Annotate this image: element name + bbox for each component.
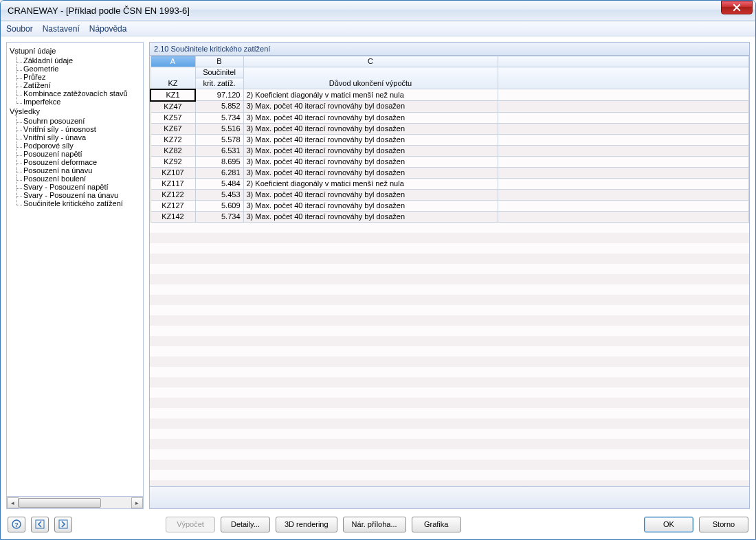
tree-item[interactable]: Svary - Posouzení na únavu [14, 191, 142, 199]
tree-item[interactable]: Vnitřní síly - únosnost [14, 125, 142, 133]
help-button[interactable]: ? [8, 517, 25, 532]
table-row[interactable]: KZ826.5313) Max. počet 40 iterací rovnov… [151, 145, 749, 156]
tree-item[interactable]: Zatížení [14, 81, 142, 89]
results-grid[interactable]: A B C KZ Součinitel Důvod ukončení výpoč… [149, 56, 750, 487]
tree-item[interactable]: Podporové síly [14, 142, 142, 150]
tree-item[interactable]: Vnitřní síly - únava [14, 133, 142, 142]
tree-item[interactable]: Součinitele kritického zatížení [14, 199, 142, 207]
col-sub-b2: krit. zatíž. [195, 78, 243, 89]
prev-button[interactable] [31, 517, 49, 532]
table-row[interactable]: KZ1175.4842) Koeficient diagonály v mati… [151, 178, 749, 189]
calc-button: Výpočet [166, 517, 215, 532]
arrow-left-icon [35, 519, 45, 529]
next-button[interactable] [54, 517, 72, 532]
tree-item[interactable]: Svary - Posouzení napětí [14, 183, 142, 191]
detail-panel [149, 487, 750, 509]
col-header-b[interactable]: B [195, 56, 243, 67]
3d-render-button[interactable]: 3D rendering [276, 517, 337, 532]
menu-file[interactable]: Soubor [6, 24, 33, 34]
tree-item[interactable]: Posouzení boulení [14, 175, 142, 183]
cancel-button[interactable]: Storno [699, 517, 748, 532]
svg-rect-3 [59, 520, 67, 528]
window-title: CRANEWAY - [Příklad podle ČSN EN 1993-6] [8, 5, 721, 16]
scroll-right-icon[interactable]: ▸ [131, 497, 143, 508]
tree-group-results[interactable]: Výsledky [8, 106, 142, 117]
table-row[interactable]: KZ575.7343) Max. počet 40 iterací rovnov… [151, 112, 749, 123]
table-row[interactable]: KZ197.1202) Koeficient diagonály v matic… [151, 89, 749, 101]
tree-hscroll[interactable]: ◂ ▸ [6, 497, 144, 509]
footer-toolbar: ? Výpočet Detaily... 3D rendering Nár. p… [1, 509, 755, 539]
app-window: CRANEWAY - [Příklad podle ČSN EN 1993-6]… [0, 0, 756, 540]
col-header-a[interactable]: A [151, 56, 195, 67]
graphics-button[interactable]: Grafika [412, 517, 461, 532]
table-row[interactable]: KZ1275.6093) Max. počet 40 iterací rovno… [151, 200, 749, 211]
tree-item[interactable]: Imperfekce [14, 98, 142, 106]
tree-item[interactable]: Základní údaje [14, 56, 142, 65]
col-sub-c: Důvod ukončení výpočtu [243, 67, 498, 89]
tree-item[interactable]: Geometrie [14, 65, 142, 73]
table-row[interactable]: KZ675.5163) Max. počet 40 iterací rovnov… [151, 123, 749, 134]
table-row[interactable]: KZ928.6953) Max. počet 40 iterací rovnov… [151, 156, 749, 167]
ok-button[interactable]: OK [644, 517, 693, 532]
menu-help[interactable]: Nápověda [89, 24, 127, 34]
tree-item[interactable]: Posouzení deformace [14, 158, 142, 166]
col-sub-b1: Součinitel [195, 67, 243, 78]
table-row[interactable]: KZ1225.4533) Max. počet 40 iterací rovno… [151, 189, 749, 200]
nav-tree[interactable]: Vstupní údaje Základní údajeGeometriePrů… [6, 42, 144, 497]
table-row[interactable]: KZ1076.2813) Max. počet 40 iterací rovno… [151, 167, 749, 178]
svg-text:?: ? [14, 521, 19, 528]
menubar: Soubor Nastavení Nápověda [1, 21, 755, 36]
table-row[interactable]: KZ475.8523) Max. počet 40 iterací rovnov… [151, 101, 749, 113]
col-sub-a: KZ [151, 67, 195, 89]
scroll-left-icon[interactable]: ◂ [7, 497, 19, 508]
tree-item[interactable]: Souhrn posouzení [14, 117, 142, 125]
table-row[interactable]: KZ725.5783) Max. počet 40 iterací rovnov… [151, 134, 749, 145]
attach-button[interactable]: Nár. příloha... [343, 517, 406, 532]
svg-rect-2 [36, 520, 44, 528]
arrow-right-icon [58, 519, 68, 529]
tree-group-input[interactable]: Vstupní údaje [8, 45, 142, 56]
close-button[interactable] [721, 1, 753, 14]
close-icon [733, 3, 741, 12]
scroll-thumb[interactable] [19, 498, 101, 508]
details-button[interactable]: Detaily... [221, 517, 270, 532]
grid-empty-area [150, 223, 749, 487]
titlebar[interactable]: CRANEWAY - [Příklad podle ČSN EN 1993-6] [1, 1, 755, 21]
tree-item[interactable]: Posouzení napětí [14, 150, 142, 158]
col-header-c[interactable]: C [243, 56, 498, 67]
tree-item[interactable]: Posouzení na únavu [14, 166, 142, 175]
panel-title: 2.10 Součinitele kritického zatížení [149, 42, 750, 56]
tree-item[interactable]: Průřez [14, 73, 142, 81]
help-icon: ? [12, 519, 21, 529]
table-row[interactable]: KZ1425.7343) Max. počet 40 iterací rovno… [151, 211, 749, 222]
tree-item[interactable]: Kombinace zatěžovacích stavů [14, 89, 142, 98]
col-header-blank[interactable] [498, 56, 749, 67]
menu-settings[interactable]: Nastavení [43, 24, 80, 34]
